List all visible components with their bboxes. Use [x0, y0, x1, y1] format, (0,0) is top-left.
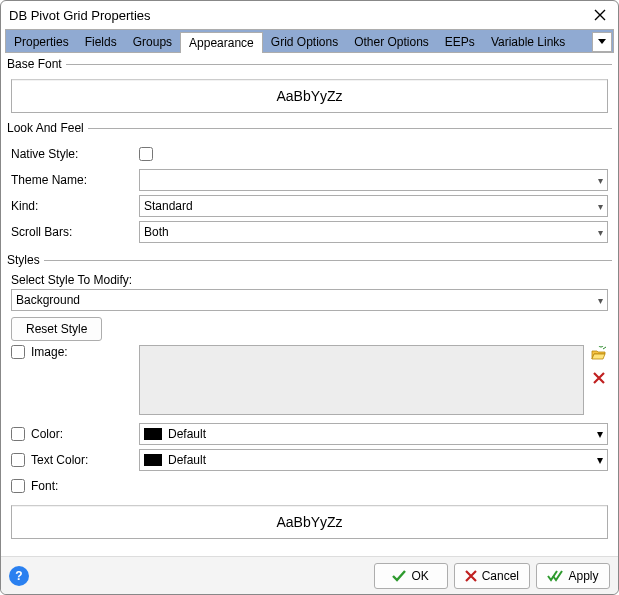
cancel-button[interactable]: Cancel [454, 563, 530, 589]
button-bar: ? OK Cancel Apply [1, 556, 618, 594]
chevron-down-icon [598, 39, 606, 45]
image-checkbox[interactable] [11, 345, 25, 359]
apply-button[interactable]: Apply [536, 563, 610, 589]
image-label: Image: [31, 345, 68, 359]
chevron-down-icon: ▾ [598, 295, 603, 306]
tab-appearance[interactable]: Appearance [180, 32, 263, 53]
apply-label: Apply [568, 569, 598, 583]
tab-grid-options[interactable]: Grid Options [263, 32, 346, 52]
kind-value: Standard [144, 199, 193, 213]
ok-button[interactable]: OK [374, 563, 448, 589]
tabbar-wrap: Properties Fields Groups Appearance Grid… [5, 29, 614, 53]
select-style-combo[interactable]: Background ▾ [11, 289, 608, 311]
theme-name-label: Theme Name: [11, 173, 87, 187]
window-title: DB Pivot Grid Properties [9, 8, 151, 23]
theme-name-combo[interactable]: ▾ [139, 169, 608, 191]
double-check-icon [547, 570, 563, 582]
text-color-value: Default [168, 453, 206, 467]
help-icon: ? [15, 569, 22, 583]
base-font-group: Base Font AaBbYyZz [7, 57, 612, 117]
base-font-sample[interactable]: AaBbYyZz [11, 79, 608, 113]
folder-open-icon [591, 346, 607, 362]
reset-style-button[interactable]: Reset Style [11, 317, 102, 341]
text-color-combo[interactable]: Default ▾ [139, 449, 608, 471]
titlebar: DB Pivot Grid Properties [1, 1, 618, 29]
close-icon [594, 9, 606, 21]
native-style-checkbox[interactable] [139, 147, 153, 161]
tab-overflow-button[interactable] [592, 32, 612, 52]
tab-eeps[interactable]: EEPs [437, 32, 483, 52]
select-style-label: Select Style To Modify: [11, 273, 132, 287]
kind-label: Kind: [11, 199, 38, 213]
color-combo[interactable]: Default ▾ [139, 423, 608, 445]
dialog-window: DB Pivot Grid Properties Properties Fiel… [0, 0, 619, 595]
chevron-down-icon: ▾ [597, 427, 603, 441]
color-swatch [144, 428, 162, 440]
look-and-feel-legend: Look And Feel [7, 121, 88, 135]
base-font-legend: Base Font [7, 57, 66, 71]
native-style-label: Native Style: [11, 147, 78, 161]
x-icon [465, 570, 477, 582]
color-checkbox[interactable] [11, 427, 25, 441]
look-and-feel-group: Look And Feel Native Style: Theme Name: … [7, 121, 612, 249]
tab-fields[interactable]: Fields [77, 32, 125, 52]
tabbar: Properties Fields Groups Appearance Grid… [6, 30, 613, 52]
style-font-sample[interactable]: AaBbYyZz [11, 505, 608, 539]
select-style-value: Background [16, 293, 80, 307]
tab-other-options[interactable]: Other Options [346, 32, 437, 52]
check-icon [392, 570, 406, 582]
color-label: Color: [31, 427, 63, 441]
chevron-down-icon: ▾ [598, 175, 603, 186]
text-color-swatch [144, 454, 162, 466]
chevron-down-icon: ▾ [597, 453, 603, 467]
x-icon [592, 371, 606, 385]
ok-label: OK [411, 569, 428, 583]
styles-group: Styles Select Style To Modify: Backgroun… [7, 253, 612, 543]
open-image-button[interactable] [590, 345, 608, 363]
text-color-checkbox[interactable] [11, 453, 25, 467]
chevron-down-icon: ▾ [598, 227, 603, 238]
font-checkbox[interactable] [11, 479, 25, 493]
close-button[interactable] [590, 5, 610, 25]
styles-legend: Styles [7, 253, 44, 267]
font-label: Font: [31, 479, 58, 493]
scroll-bars-label: Scroll Bars: [11, 225, 72, 239]
scroll-bars-combo[interactable]: Both ▾ [139, 221, 608, 243]
appearance-panel: Base Font AaBbYyZz Look And Feel Native … [1, 53, 618, 556]
clear-image-button[interactable] [590, 369, 608, 387]
tab-variable-links[interactable]: Variable Links [483, 32, 573, 52]
chevron-down-icon: ▾ [598, 201, 603, 212]
scroll-bars-value: Both [144, 225, 169, 239]
color-value: Default [168, 427, 206, 441]
cancel-label: Cancel [482, 569, 519, 583]
tab-properties[interactable]: Properties [6, 32, 77, 52]
help-button[interactable]: ? [9, 566, 29, 586]
image-preview [139, 345, 584, 415]
kind-combo[interactable]: Standard ▾ [139, 195, 608, 217]
tab-groups[interactable]: Groups [125, 32, 180, 52]
text-color-label: Text Color: [31, 453, 88, 467]
